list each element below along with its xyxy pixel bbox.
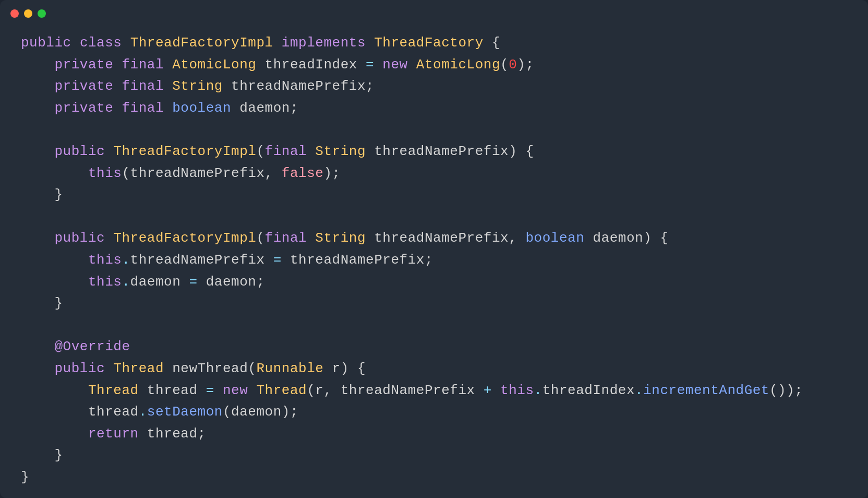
- code-line-19: return thread;: [21, 423, 847, 445]
- code-line-10: public ThreadFactoryImpl ( final String …: [21, 228, 847, 250]
- code-line-4: private final boolean daemon;: [21, 98, 847, 120]
- code-line-18: thread . setDaemon (daemon);: [21, 401, 847, 423]
- maximize-button[interactable]: [38, 9, 46, 18]
- code-line-3: private final String threadNamePrefix;: [21, 76, 847, 98]
- code-line-12: this . daemon = daemon;: [21, 271, 847, 293]
- code-line-2: private final AtomicLong threadIndex = n…: [21, 54, 847, 76]
- title-bar: [0, 0, 868, 27]
- code-line-21: }: [21, 467, 847, 489]
- code-line-17: Thread thread = new Thread (r, threadNam…: [21, 380, 847, 402]
- code-line-8: }: [21, 184, 847, 206]
- code-blank-line-2: [21, 206, 847, 228]
- code-line-20: }: [21, 445, 847, 467]
- code-editor-window: public class ThreadFactoryImpl implement…: [0, 0, 868, 498]
- code-line-11: this . threadNamePrefix = threadNamePref…: [21, 250, 847, 271]
- code-blank-line-1: [21, 119, 847, 141]
- code-line-13: }: [21, 293, 847, 315]
- code-line-16: public Thread newThread( Runnable r) {: [21, 358, 847, 380]
- code-content: public class ThreadFactoryImpl implement…: [0, 27, 868, 498]
- code-line-7: this (threadNamePrefix, false );: [21, 163, 847, 185]
- code-line-15: @Override: [21, 336, 847, 358]
- minimize-button[interactable]: [24, 9, 32, 18]
- code-line-6: public ThreadFactoryImpl ( final String …: [21, 141, 847, 163]
- code-blank-line-3: [21, 315, 847, 337]
- close-button[interactable]: [10, 9, 19, 18]
- code-line-1: public class ThreadFactoryImpl implement…: [21, 32, 847, 54]
